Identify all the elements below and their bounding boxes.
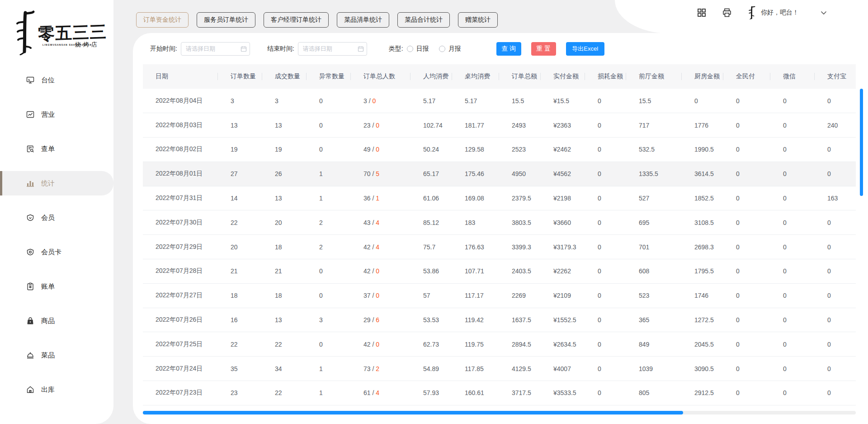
table-cell: 61.06 <box>410 186 452 210</box>
table-cell: 85.12 <box>410 210 452 235</box>
vertical-scrollbar-thumb[interactable] <box>860 89 863 196</box>
table-cell: 0 <box>585 162 626 186</box>
table-cell: 117.17 <box>452 283 499 308</box>
table-cell: ¥4562 <box>541 162 585 186</box>
report-tabs: 订单资金统计 服务员订单统计 客户经理订单统计 菜品清单统计 菜品合计统计 赠菜… <box>136 12 498 28</box>
table-row: 2022年07月23日2322161 / 457.93160.613717.5¥… <box>143 381 856 405</box>
table-cell: 14 <box>218 186 262 210</box>
table-cell: 2 <box>307 235 351 259</box>
table-cell: 65.17 <box>410 162 452 186</box>
table-cell: 0 <box>723 89 770 113</box>
horizontal-scrollbar-thumb[interactable] <box>143 411 683 414</box>
people-count-cell: 42 / 0 <box>351 259 410 284</box>
date-cell: 2022年07月30日 <box>143 210 218 235</box>
table-cell: 1 <box>307 357 351 381</box>
table-cell: 0 <box>307 283 351 308</box>
radio-daily[interactable]: 日报 <box>407 45 429 53</box>
table-cell: 0 <box>723 113 770 138</box>
table-cell: 129.58 <box>452 138 499 162</box>
date-cell: 2022年07月24日 <box>143 357 218 381</box>
start-date-field <box>181 42 250 56</box>
abnormal-people-count: 0 <box>376 122 379 129</box>
table-row: 2022年07月27日1818037 / 057117.172269¥21090… <box>143 283 856 308</box>
table-cell: 22 <box>218 210 262 235</box>
abnormal-people-count: 4 <box>376 219 379 226</box>
table-cell: 2269 <box>499 283 541 308</box>
date-cell: 2022年07月29日 <box>143 235 218 259</box>
end-time-label: 结束时间: <box>267 45 294 53</box>
abnormal-people-count: 2 <box>376 365 379 372</box>
table-cell: 805 <box>626 381 682 405</box>
table-cell: 0 <box>723 162 770 186</box>
tab-waiter-order-stats[interactable]: 服务员订单统计 <box>197 12 255 28</box>
table-cell: 608 <box>626 259 682 284</box>
tab-gift-dish-stats[interactable]: 赠菜统计 <box>458 12 498 28</box>
table-cell: 0 <box>723 138 770 162</box>
sidebar-item-chadan[interactable]: 查单 <box>0 137 113 161</box>
sidebar-item-shangpin[interactable]: 商品 <box>0 309 113 333</box>
export-excel-button[interactable]: 导出Excel <box>566 42 604 56</box>
sidebar-item-huiyuan[interactable]: 会员 <box>0 205 113 230</box>
tab-account-manager-order-stats[interactable]: 客户经理订单统计 <box>264 12 329 28</box>
radio-monthly-label: 月报 <box>448 45 461 53</box>
stats-table-container: 日期订单数量成交数量异常数量订单总人数人均消费桌均消费订单总额实付金额损耗金额前… <box>143 64 856 411</box>
table-cell: 0 <box>585 308 626 332</box>
sidebar-item-chuku[interactable]: 出库 <box>0 377 113 402</box>
table-cell: 0 <box>723 186 770 210</box>
table-cell: 0 <box>585 357 626 381</box>
table-cell: 3 <box>218 89 262 113</box>
table-cell: 0 <box>770 186 815 210</box>
apps-grid-icon[interactable] <box>697 8 707 18</box>
table-cell: 1272.5 <box>682 308 723 332</box>
table-cell: 0 <box>815 332 856 357</box>
people-count-cell: 49 / 0 <box>351 138 410 162</box>
tab-dish-total-stats[interactable]: 菜品合计统计 <box>397 12 450 28</box>
sidebar-item-taiwei[interactable]: 台位 <box>0 68 113 92</box>
date-cell: 2022年07月27日 <box>143 283 218 308</box>
table-cell: 0 <box>585 186 626 210</box>
table-cell: ¥2262 <box>541 259 585 284</box>
sidebar-item-huiyuanka[interactable]: 会员卡 <box>0 240 113 264</box>
table-body: 2022年08月04日3303 / 05.175.1715.5¥15.5015.… <box>143 89 856 405</box>
table-cell: 0 <box>815 138 856 162</box>
search-button[interactable]: 查 询 <box>496 42 521 56</box>
table-cell: 2523 <box>499 138 541 162</box>
end-date-input[interactable] <box>298 42 367 56</box>
sidebar-item-yingye[interactable]: 营业 <box>0 102 113 127</box>
table-header-row: 日期订单数量成交数量异常数量订单总人数人均消费桌均消费订单总额实付金额损耗金额前… <box>143 64 856 89</box>
printer-icon[interactable] <box>722 8 732 18</box>
table-cell: 0 <box>723 381 770 405</box>
date-cell: 2022年07月23日 <box>143 381 218 405</box>
content-card: 开始时间: 结束时间: 类型: 日报 月报 查 询 重 置 导出Excel <box>133 33 868 424</box>
table-cell: 1852.5 <box>682 186 723 210</box>
sidebar-item-tongji[interactable]: 统计 <box>0 171 113 195</box>
table-cell: 18 <box>218 283 262 308</box>
chevron-down-icon[interactable] <box>820 9 828 17</box>
table-cell: 181.77 <box>452 113 499 138</box>
start-date-input[interactable] <box>181 42 250 56</box>
table-cell: 1990.5 <box>682 138 723 162</box>
table-cell: 57 <box>410 283 452 308</box>
sidebar-item-zhangdan[interactable]: 账单 <box>0 274 113 299</box>
people-count-cell: 42 / 0 <box>351 332 410 357</box>
table-cell: 13 <box>262 186 307 210</box>
business-chart-icon <box>26 110 34 119</box>
date-cell: 2022年07月25日 <box>143 332 218 357</box>
table-cell: 20 <box>218 235 262 259</box>
table-cell: 53.53 <box>410 308 452 332</box>
table-cell: ¥2363 <box>541 113 585 138</box>
tab-order-funds-stats[interactable]: 订单资金统计 <box>136 12 189 28</box>
table-cell: 0 <box>585 381 626 405</box>
table-cell: 0 <box>770 113 815 138</box>
table-cell: 2045.5 <box>682 332 723 357</box>
people-count-cell: 23 / 0 <box>351 113 410 138</box>
reset-button[interactable]: 重 置 <box>531 42 556 56</box>
sidebar-item-caipin[interactable]: 菜品 <box>0 343 113 367</box>
table-cell: 0 <box>770 283 815 308</box>
radio-monthly[interactable]: 月报 <box>439 45 461 53</box>
people-count-cell: 61 / 4 <box>351 381 410 405</box>
tab-dish-list-stats[interactable]: 菜品清单统计 <box>337 12 389 28</box>
type-label: 类型: <box>389 45 403 53</box>
sidebar-menu: 台位 营业 查单 统计 会员 会员卡 账单 商品 <box>0 68 113 412</box>
people-count-cell: 29 / 6 <box>351 308 410 332</box>
